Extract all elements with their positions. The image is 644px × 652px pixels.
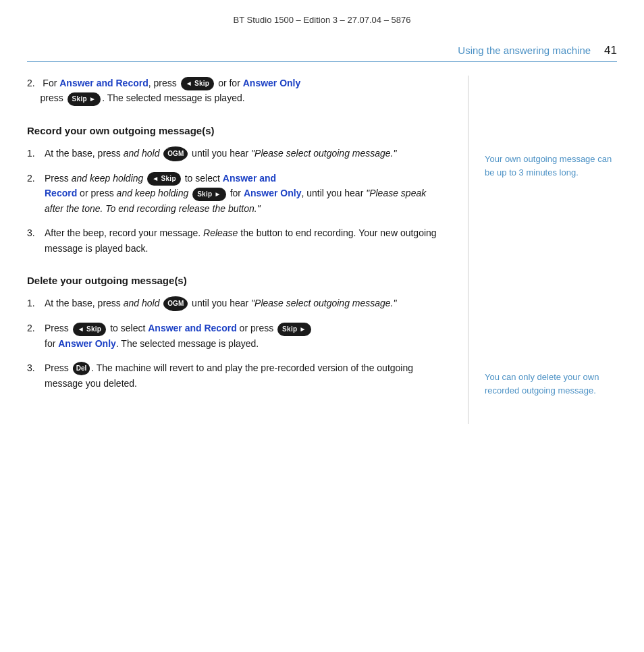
and-keep-holding-1: and keep holding [72,173,144,184]
delete-item-1-content: At the base, press and hold OGM until yo… [45,296,448,311]
content-area: 2. For Answer and Record, press ◄ Skip o… [27,76,617,424]
page-layout: Using the answering machine 41 2. For An… [0,32,644,424]
side-spacer-mid [485,206,617,368]
record-item-1-content: At the base, press and hold OGM until yo… [45,146,448,161]
release-text: Release [203,227,238,238]
link-answer-only-1: Answer Only [244,188,302,198]
intro-text-newline [27,92,40,103]
quote-please-speak: "Please speak after the tone. To end rec… [45,188,426,213]
btn-skip-right-intro: Skip ► [68,92,101,106]
side-note-record: Your own outgoing message can be up to 3… [485,153,617,179]
record-item-2-num: 2. [27,171,45,216]
delete-item-2: 2. Press ◄ Skip to select Answer and Rec… [27,321,448,351]
record-item-2: 2. Press and keep holding ◄ Skip to sele… [27,171,448,216]
chapter-header: Using the answering machine 41 [27,32,617,62]
btn-skip-right-1: Skip ► [192,188,226,201]
and-hold-1: and hold [124,148,160,159]
section-record: Record your own outgoing message(s) 1. A… [27,125,448,256]
btn-skip-right-2: Skip ► [277,323,311,336]
main-column: 2. For Answer and Record, press ◄ Skip o… [27,76,468,424]
delete-item-3-content: Press Del. The machine will revert to an… [45,360,448,391]
record-item-3-num: 3. [27,225,45,256]
delete-list: 1. At the base, press and hold OGM until… [27,296,448,391]
and-keep-holding-2: and keep holding [117,188,189,198]
side-column: Your own outgoing message can be up to 3… [468,76,617,424]
record-item-1-num: 1. [27,146,45,161]
quote-please-select-1: "Please select outgoing message." [251,148,396,159]
intro-item2-text: 2. For Answer and Record, press ◄ Skip o… [27,76,448,106]
btn-skip-left-2: ◄ Skip [73,323,107,336]
side-note-delete: You can only delete your own recorded ou… [485,371,617,397]
btn-del: Del [73,362,90,375]
link-answer-record-2: Answer and Record [148,323,236,333]
intro-num: 2. [27,78,40,88]
record-list: 1. At the base, press and hold OGM until… [27,146,448,256]
btn-ogm-2: OGM [163,296,188,311]
delete-item-1: 1. At the base, press and hold OGM until… [27,296,448,311]
record-item-3-content: After the beep, record your message. Rel… [45,225,448,256]
delete-item-2-content: Press ◄ Skip to select Answer and Record… [45,321,448,351]
page-header: BT Studio 1500 – Edition 3 – 27.07.04 – … [0,0,644,32]
side-spacer-top [485,76,617,150]
and-hold-2: and hold [124,298,160,308]
btn-skip-left-1: ◄ Skip [147,172,181,186]
section-record-heading: Record your own outgoing message(s) [27,125,448,136]
section-delete-heading: Delete your outgoing message(s) [27,275,448,286]
intro-text-mid1: , press [149,78,180,88]
btn-skip-left-intro: ◄ Skip [181,77,215,90]
page-number: 41 [604,44,617,57]
record-item-2-content: Press and keep holding ◄ Skip to select … [45,171,448,216]
intro-text-mid2: or for [215,78,242,88]
intro-text-end: . The selected message is played. [102,92,244,103]
link-answer-only-2: Answer Only [58,338,116,349]
intro-link-answer-only: Answer Only [243,78,301,88]
header-title: BT Studio 1500 – Edition 3 – 27.07.04 – … [234,15,411,25]
section-delete: Delete your outgoing message(s) 1. At th… [27,275,448,391]
intro-item2: 2. For Answer and Record, press ◄ Skip o… [27,76,448,106]
delete-item-3: 3. Press Del. The machine will revert to… [27,360,448,391]
quote-please-select-2: "Please select outgoing message." [251,298,396,308]
intro-link-answer-record: Answer and Record [59,78,148,88]
delete-item-1-num: 1. [27,296,45,311]
delete-item-2-num: 2. [27,321,45,351]
chapter-title: Using the answering machine [458,45,591,56]
record-item-1: 1. At the base, press and hold OGM until… [27,146,448,161]
intro-text-before: For [43,78,59,88]
record-item-3: 3. After the beep, record your message. … [27,225,448,256]
delete-item-3-num: 3. [27,360,45,391]
btn-ogm-1: OGM [163,146,188,161]
intro-text-press: press [40,92,65,103]
